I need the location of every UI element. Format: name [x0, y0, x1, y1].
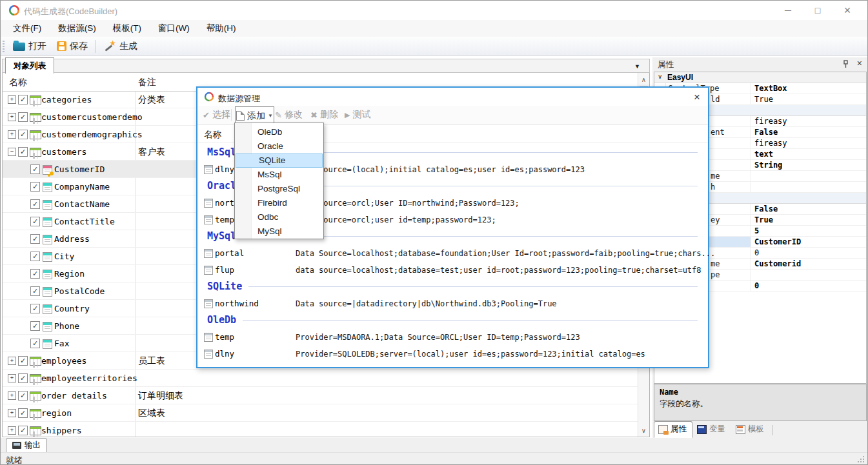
- row-checkbox[interactable]: ✓: [30, 164, 40, 174]
- property-value[interactable]: True: [751, 94, 866, 104]
- row-checkbox[interactable]: ✓: [18, 426, 28, 435]
- menu-item-sqlite[interactable]: SQLite: [236, 153, 323, 168]
- row-checkbox[interactable]: ✓: [18, 408, 28, 418]
- expand-icon[interactable]: +: [8, 95, 16, 104]
- close-panel-icon[interactable]: ×: [857, 58, 862, 68]
- add-button[interactable]: 添加 ▼: [235, 106, 274, 124]
- row-checkbox[interactable]: ✓: [30, 269, 40, 279]
- property-value[interactable]: fireasy: [751, 116, 866, 126]
- menu-item[interactable]: 帮助(H): [198, 20, 245, 37]
- property-value[interactable]: [751, 171, 866, 181]
- datasource-icon: [204, 165, 213, 174]
- property-value[interactable]: [751, 182, 866, 192]
- menu-item-oledb[interactable]: OleDb: [235, 125, 323, 139]
- table-row[interactable]: +✓shippers: [3, 422, 638, 437]
- menu-item-mysql[interactable]: MySql: [235, 224, 323, 239]
- row-checkbox[interactable]: ✓: [18, 373, 28, 383]
- select-button[interactable]: ✔ 选择: [203, 106, 230, 124]
- row-checkbox[interactable]: ✓: [18, 130, 28, 139]
- row-checkbox[interactable]: ✓: [30, 286, 40, 296]
- resize-grip-icon[interactable]: [858, 456, 864, 462]
- row-checkbox[interactable]: ✓: [18, 95, 28, 104]
- datasource-row[interactable]: northwindData source=|datadirectory|db\N…: [197, 295, 708, 312]
- minimize-button[interactable]: ─: [773, 1, 803, 20]
- property-value[interactable]: False: [751, 204, 866, 214]
- row-checkbox[interactable]: ✓: [30, 339, 40, 348]
- property-value[interactable]: 0: [751, 248, 866, 258]
- expand-icon[interactable]: +: [8, 357, 16, 365]
- property-category-row[interactable]: ∨EasyUI: [654, 72, 866, 83]
- row-checkbox[interactable]: ✓: [18, 112, 28, 122]
- modify-button[interactable]: ✎ 修改: [275, 106, 303, 124]
- property-value[interactable]: String: [751, 160, 866, 170]
- row-checkbox[interactable]: ✓: [30, 217, 40, 226]
- field-icon: [43, 217, 52, 227]
- maximize-button[interactable]: □: [803, 1, 833, 20]
- property-value[interactable]: fireasy: [751, 138, 866, 148]
- row-checkbox[interactable]: ✓: [18, 391, 28, 401]
- row-checkbox[interactable]: ✓: [30, 234, 40, 244]
- chevron-down-icon[interactable]: ▼: [634, 63, 640, 70]
- row-checkbox[interactable]: ✓: [30, 304, 40, 313]
- delete-button[interactable]: ✖ 删除: [310, 106, 338, 124]
- save-button[interactable]: 保存: [52, 39, 93, 54]
- expand-icon[interactable]: +: [8, 374, 16, 382]
- row-checkbox[interactable]: ✓: [30, 199, 40, 209]
- property-value[interactable]: 5: [751, 226, 866, 236]
- row-checkbox[interactable]: ✓: [18, 147, 28, 157]
- datasource-row[interactable]: dlnyProvider=SQLOLEDB;server=(local);use…: [197, 345, 708, 362]
- open-button[interactable]: 打开: [8, 39, 52, 54]
- menu-item-mssql[interactable]: MsSql: [235, 168, 323, 182]
- collapse-icon[interactable]: −: [8, 148, 16, 156]
- chevron-down-icon[interactable]: ∨: [658, 73, 662, 80]
- table-row[interactable]: +✓employeeterritories: [3, 370, 638, 387]
- property-value[interactable]: TextBox: [751, 83, 866, 94]
- property-value[interactable]: [751, 270, 866, 280]
- column-header-remark[interactable]: 备注: [138, 77, 156, 88]
- property-value[interactable]: 0: [751, 281, 866, 291]
- pin-icon[interactable]: [842, 60, 849, 68]
- expand-icon[interactable]: +: [8, 409, 16, 417]
- close-button[interactable]: ×: [833, 1, 862, 20]
- datasource-row[interactable]: portalData Source=localhost;database=fou…: [197, 244, 708, 261]
- scroll-up-icon[interactable]: ∧: [638, 74, 649, 85]
- scroll-down-icon[interactable]: ∨: [638, 425, 649, 436]
- tab-object-list[interactable]: 对象列表: [5, 57, 54, 74]
- expand-icon[interactable]: +: [8, 426, 16, 435]
- row-checkbox[interactable]: ✓: [30, 321, 40, 331]
- property-value[interactable]: CustomerID: [751, 237, 866, 247]
- datasource-row[interactable]: flupdata source=localhost;database=test;…: [197, 261, 708, 278]
- menu-item[interactable]: 文件(F): [5, 20, 50, 37]
- dialog-column-name[interactable]: 名称: [204, 129, 221, 141]
- table-row[interactable]: +✓order details订单明细表: [3, 387, 638, 404]
- expand-icon[interactable]: +: [8, 130, 16, 139]
- menu-item-firebird[interactable]: Firebird: [235, 196, 323, 210]
- generate-button[interactable]: 生成: [99, 39, 143, 54]
- menu-item[interactable]: 窗口(W): [150, 20, 198, 37]
- menu-item-odbc[interactable]: Odbc: [235, 210, 323, 224]
- property-value[interactable]: False: [751, 127, 866, 137]
- tab-output[interactable]: 输出: [6, 438, 47, 452]
- row-checkbox[interactable]: ✓: [30, 182, 40, 192]
- row-checkbox[interactable]: ✓: [18, 356, 28, 366]
- menu-item-oracle[interactable]: Oracle: [235, 139, 323, 153]
- menu-item-postgresql[interactable]: PostgreSql: [235, 182, 323, 196]
- toolbar-grip[interactable]: [3, 41, 5, 52]
- tab-templates[interactable]: 模板: [731, 421, 770, 438]
- tab-variables[interactable]: 变量: [692, 421, 731, 438]
- row-checkbox[interactable]: ✓: [30, 252, 40, 261]
- datasource-row[interactable]: tempProvider=MSDAORA.1;Data Source=ORCL;…: [197, 328, 708, 345]
- tab-properties[interactable]: 属性: [654, 421, 692, 438]
- field-icon: [43, 200, 52, 210]
- dialog-close-icon[interactable]: ×: [694, 91, 700, 104]
- property-value[interactable]: True: [751, 215, 866, 225]
- column-header-name[interactable]: 名称: [9, 77, 27, 88]
- property-value[interactable]: Customerid: [751, 259, 866, 269]
- test-button[interactable]: ▶ 测试: [345, 106, 370, 124]
- table-row[interactable]: +✓region区域表: [3, 404, 638, 422]
- menu-item[interactable]: 数据源(S): [50, 20, 105, 37]
- property-value[interactable]: text: [751, 149, 866, 159]
- expand-icon[interactable]: +: [8, 113, 16, 121]
- expand-icon[interactable]: +: [8, 391, 16, 400]
- menu-item[interactable]: 模板(T): [105, 20, 150, 37]
